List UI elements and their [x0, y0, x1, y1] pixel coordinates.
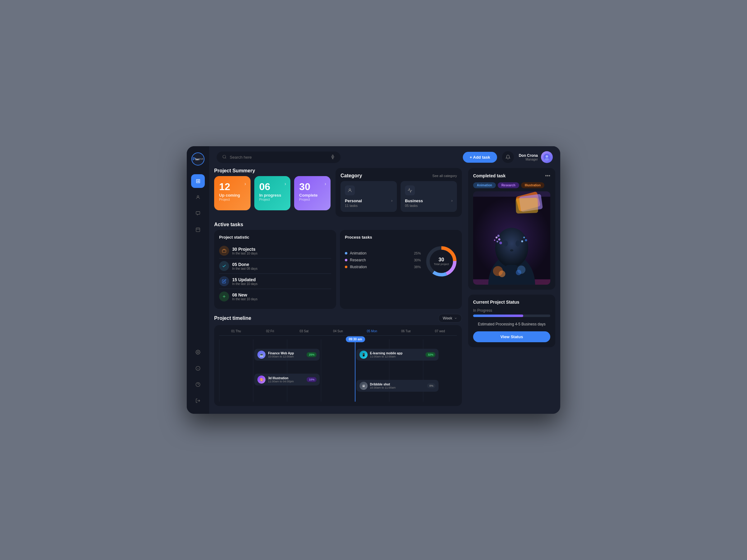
- timeline-days: 01 Thu 02 Fri 03 Sat 04 Sun 05 Mon 06 Tu…: [219, 329, 457, 336]
- sidebar-item-chat[interactable]: [191, 207, 205, 220]
- business-arrow: ›: [451, 198, 453, 203]
- avatar[interactable]: [541, 151, 553, 163]
- summary-card-upcoming[interactable]: 12 › Up coming Project: [214, 176, 251, 210]
- svg-point-33: [499, 242, 502, 244]
- svg-point-32: [496, 241, 498, 242]
- svg-point-27: [495, 228, 528, 268]
- day-sun: 04 Sun: [321, 329, 355, 333]
- tag-animation[interactable]: Animation: [473, 182, 496, 188]
- search-input[interactable]: [230, 155, 328, 160]
- upcoming-label: Up coming: [219, 193, 246, 197]
- sidebar: Plan hub ⊞: [187, 146, 209, 414]
- summary-card-inprogress[interactable]: 06 › In progress Project: [254, 176, 291, 210]
- week-button[interactable]: Week: [438, 314, 462, 323]
- stat-icon-new: [219, 292, 229, 301]
- sidebar-item-settings[interactable]: [191, 345, 205, 359]
- donut-total: 30: [434, 257, 449, 263]
- event-badge-elearning: 32%: [426, 352, 435, 357]
- day-fri: 02 Fri: [253, 329, 287, 333]
- user-role: Manager: [519, 158, 538, 161]
- complete-sub: Project: [299, 197, 326, 201]
- event-badge-3d: 10%: [307, 377, 316, 382]
- event-title-3d: 3d Illustration: [268, 376, 294, 380]
- business-name: Business: [405, 198, 453, 203]
- stat-row-updated: 15 Updated In the last 10 days: [219, 274, 331, 289]
- svg-point-3: [197, 351, 199, 353]
- mic-icon[interactable]: [331, 155, 335, 160]
- stat-row-new: 08 New In the last 10 days: [219, 289, 331, 304]
- event-time-dribbble: 10:30am to 11:00am: [370, 386, 396, 389]
- inprogress-arrow: ›: [284, 181, 286, 187]
- view-status-button[interactable]: View Status: [473, 331, 550, 342]
- day-wed: 07 wed: [423, 329, 457, 333]
- sidebar-item-help[interactable]: [191, 378, 205, 391]
- illustration-label: Illustration: [350, 265, 367, 269]
- tag-research[interactable]: Research: [498, 182, 519, 188]
- donut-label: Total project: [434, 263, 449, 266]
- summary-card-complete[interactable]: 30 › Complete Project: [294, 176, 331, 210]
- header: + Add task Don Crona Manager: [209, 146, 560, 168]
- updated-desc: In the last 10 days: [232, 282, 257, 286]
- project-summary: Project Summery 12 › Up coming Project 0…: [214, 168, 331, 210]
- svg-rect-1: [196, 212, 200, 214]
- right-panel: Completed task ••• Animation Research Il…: [468, 168, 555, 409]
- left-panel: Project Summery 12 › Up coming Project 0…: [214, 168, 463, 409]
- inprogress-sub: Project: [259, 197, 286, 201]
- tag-illustration[interactable]: Illustration: [521, 182, 544, 188]
- event-elearning[interactable]: 📱 E-learning mobile app 11:00am to 12:00…: [356, 349, 439, 361]
- upcoming-arrow: ›: [244, 181, 246, 187]
- see-all-category[interactable]: See all category: [432, 174, 457, 178]
- project-status-card: Current Project Status In Progress Estim…: [468, 295, 555, 347]
- category-personal[interactable]: › Personal 11 tasks: [340, 181, 397, 212]
- projects-value: 30 Projects: [232, 247, 257, 252]
- more-button[interactable]: •••: [545, 173, 550, 179]
- complete-number: 30: [299, 182, 326, 192]
- event-time-elearning: 11:00am to 12:00am: [370, 355, 403, 358]
- svg-point-36: [497, 235, 499, 237]
- app-window: Plan hub ⊞: [187, 146, 560, 414]
- svg-rect-10: [332, 155, 333, 157]
- event-title-elearning: E-learning mobile app: [370, 351, 403, 355]
- completed-task-title: Completed task: [473, 173, 506, 178]
- svg-point-34: [495, 236, 497, 238]
- upcoming-number: 12: [219, 182, 246, 192]
- legend-research: Research 30%: [345, 258, 421, 262]
- timeline-body: 09:30 am 💻 Finance Web App 10:00am to 12…: [219, 340, 457, 402]
- inprogress-number: 06: [259, 182, 286, 192]
- status-label: In Progress: [473, 308, 550, 313]
- svg-point-9: [223, 155, 226, 158]
- event-avatar-dribbble: 🖥: [360, 382, 367, 390]
- event-avatar-3d: 🎨: [257, 375, 265, 383]
- sidebar-item-user[interactable]: [191, 190, 205, 204]
- business-icon: [405, 185, 415, 195]
- event-dribbble[interactable]: 🖥 Dribbble shot 10:30am to 11:00am 0%: [356, 380, 439, 392]
- event-finance[interactable]: 💻 Finance Web App 10:00am to 12:00am 25%: [254, 349, 320, 361]
- category-title: Category: [340, 173, 362, 179]
- main-content: + Add task Don Crona Manager: [209, 146, 560, 414]
- personal-name: Personal: [345, 198, 392, 203]
- upcoming-sub: Project: [219, 197, 246, 201]
- bell-button[interactable]: [502, 151, 514, 163]
- svg-rect-40: [506, 265, 518, 282]
- sidebar-item-logout[interactable]: [191, 394, 205, 407]
- sidebar-item-info[interactable]: [191, 362, 205, 375]
- category-business[interactable]: › Business 05 tasks: [401, 181, 457, 212]
- event-title-dribbble: Dribbble shot: [370, 383, 396, 386]
- progress-bar-fill: [473, 315, 523, 317]
- add-task-button[interactable]: + Add task: [463, 152, 497, 163]
- sidebar-item-calendar[interactable]: [191, 223, 205, 236]
- top-section: Project Summery 12 › Up coming Project 0…: [214, 168, 462, 217]
- stat-row-done: 05 Done In the last 08 days: [219, 259, 331, 273]
- stat-icon-projects: [219, 246, 229, 256]
- svg-point-31: [498, 238, 500, 240]
- summary-cards-row: 12 › Up coming Project 06 › In progress …: [214, 176, 331, 210]
- svg-point-12: [546, 155, 548, 158]
- event-3dillustration[interactable]: 🎨 3d Illustration 11:00am to 04:00pm 10%: [254, 374, 320, 385]
- timeline-title: Project timeline: [214, 316, 251, 321]
- sidebar-item-dashboard[interactable]: ⊞: [191, 174, 205, 188]
- svg-point-42: [499, 271, 505, 277]
- day-mon: 05 Mon: [355, 329, 389, 333]
- svg-point-30: [510, 249, 514, 251]
- legend-animation: Animation 25%: [345, 251, 421, 256]
- completed-image: [473, 191, 550, 285]
